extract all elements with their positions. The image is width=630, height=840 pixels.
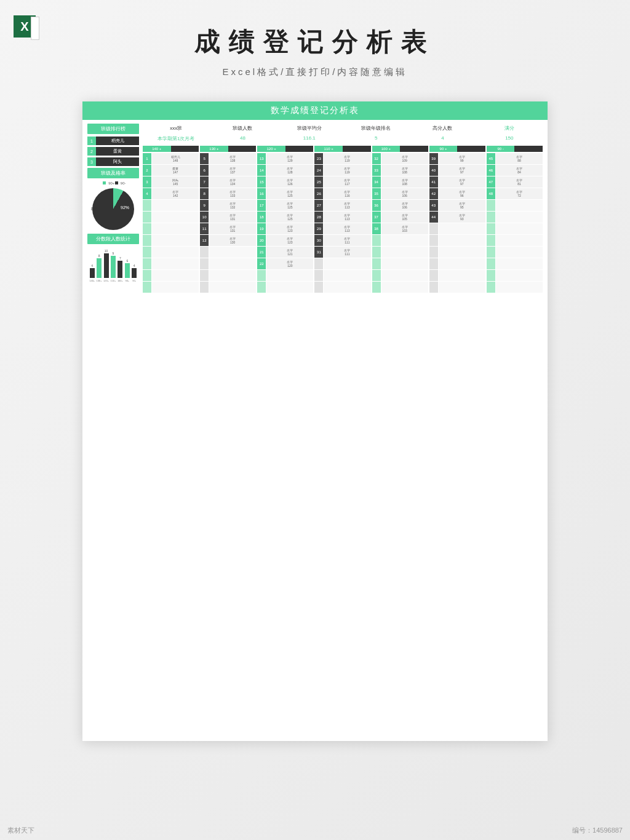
score-rank: 20 [257, 235, 266, 246]
rank-name: 蛋黄 [96, 147, 139, 156]
score-cell: 名字106 [381, 200, 428, 211]
score-row-empty [429, 247, 485, 258]
col-header: 100 + [372, 146, 428, 152]
score-row: 41名字97 [429, 176, 485, 188]
score-cell: 名字133 [209, 188, 256, 199]
score-row: 11名字131 [200, 223, 256, 234]
score-row: 43名字95 [429, 200, 485, 211]
score-rank: 11 [200, 223, 209, 234]
score-cell: 名字84 [496, 165, 543, 176]
score-cell: 名字111 [324, 247, 370, 258]
score-cell: 名字97 [439, 176, 485, 188]
score-cell: 名字132 [209, 200, 256, 211]
score-rank: 25 [314, 176, 323, 188]
score-rank: 10 [200, 212, 209, 223]
score-rank: 7 [200, 176, 209, 188]
score-rank: 23 [314, 153, 323, 164]
score-row: 26名字116 [314, 188, 370, 199]
score-row-empty [143, 223, 199, 234]
bar-item: 4140+ [89, 264, 95, 282]
doc-title: 数学成绩登记分析表 [82, 101, 548, 120]
score-cell: 名字117 [324, 176, 370, 188]
score-row: 47名字81 [487, 176, 543, 188]
bar-item: 10120+ [103, 249, 110, 282]
page-header: 成绩登记分析表 Excel格式/直接打印/内容随意编辑 [0, 0, 630, 84]
score-row: 37名字105 [372, 212, 428, 223]
pie-fail-label: 8% [91, 207, 97, 211]
score-cell: 名字120 [266, 258, 313, 269]
score-cell: 名字123 [266, 235, 313, 246]
avg-val: 116.1 [276, 134, 343, 142]
score-cell: 名字125 [266, 188, 313, 199]
score-rank: 24 [314, 165, 323, 176]
score-row: 20名字123 [257, 235, 313, 246]
score-cell: 名字81 [496, 176, 543, 188]
score-row: 28名字113 [314, 212, 370, 223]
rank-name: 阿头 [96, 157, 139, 166]
score-cell: 名字72 [496, 188, 543, 199]
score-rank: 22 [257, 258, 266, 269]
score-row: 8名字133 [200, 188, 256, 199]
score-cell: 稻壳儿148 [152, 153, 199, 164]
score-row-empty [143, 235, 199, 246]
score-row: 10名字131 [200, 212, 256, 223]
score-column: 13名字12914名字12815名字12616名字12517名字12518名字1… [257, 153, 313, 293]
document-preview: 数学成绩登记分析表 班级排行榜 1稻壳儿2蛋黄3阿头 班级及格率 90+ 90-… [82, 101, 548, 741]
score-row: 23名字119 [314, 153, 370, 164]
score-cell: 名字119 [324, 165, 370, 176]
full-val: 150 [476, 134, 543, 142]
pie-chart: 92% 8% [92, 188, 134, 230]
score-row-empty [372, 282, 428, 293]
score-row-empty [429, 258, 485, 269]
score-cell: 名字106 [381, 188, 428, 199]
score-cell: 名字121 [266, 247, 313, 258]
score-rank: 36 [372, 200, 381, 211]
score-cell: 名字142 [152, 188, 199, 199]
score-row-empty [487, 235, 543, 246]
score-row-empty [200, 282, 256, 293]
score-row: 22名字120 [257, 258, 313, 269]
page-title: 成绩登记分析表 [0, 25, 630, 59]
main-content: xxx班 班级人数 班级平均分 班级年级排名 高分人数 满分 本学期第1次月考 … [143, 124, 543, 293]
class-label: xxx班 [143, 124, 209, 133]
score-rank: 19 [257, 223, 266, 234]
score-rank: 8 [200, 188, 209, 199]
score-row: 21名字121 [257, 247, 313, 258]
score-row: 1稻壳儿148 [143, 153, 199, 164]
class-sub: 本学期第1次月考 [143, 134, 209, 143]
score-cell: 名字103 [381, 223, 428, 234]
score-row-empty [314, 270, 370, 281]
score-cell: 名字128 [266, 165, 313, 176]
score-cell: 名字126 [266, 176, 313, 188]
score-row-empty [487, 270, 543, 281]
score-rank: 48 [487, 188, 495, 199]
score-rank: 27 [314, 200, 323, 211]
excel-icon [14, 15, 36, 38]
pass-rate-title: 班级及格率 [87, 168, 139, 178]
score-cell: 名字130 [209, 235, 256, 246]
score-row: 6名字137 [200, 165, 256, 176]
score-row: 27名字113 [314, 200, 370, 211]
rank-item: 2蛋黄 [87, 147, 139, 156]
avg-label: 班级平均分 [276, 124, 343, 133]
score-column: 1稻壳儿1482蛋黄1473阿头1454名字142 [143, 153, 199, 293]
score-rank: 12 [200, 235, 209, 246]
score-row: 40名字97 [429, 165, 485, 176]
score-row-empty [143, 247, 199, 258]
score-row: 18名字125 [257, 212, 313, 223]
score-cell: 名字95 [439, 200, 485, 211]
score-cell: 名字111 [324, 235, 370, 246]
col-header: 110 + [314, 146, 370, 152]
score-row-empty [143, 270, 199, 281]
score-cell: 名字125 [266, 200, 313, 211]
score-row: 33名字108 [372, 165, 428, 176]
score-cell: 名字99 [439, 153, 485, 164]
score-row: 19名字123 [257, 223, 313, 234]
rank-item: 3阿头 [87, 157, 139, 166]
score-row-empty [487, 200, 543, 211]
score-rank: 29 [314, 223, 323, 234]
score-rank: 46 [487, 165, 495, 176]
score-row: 24名字119 [314, 165, 370, 176]
col-header: 120 + [257, 146, 313, 152]
score-row-empty [429, 223, 485, 234]
